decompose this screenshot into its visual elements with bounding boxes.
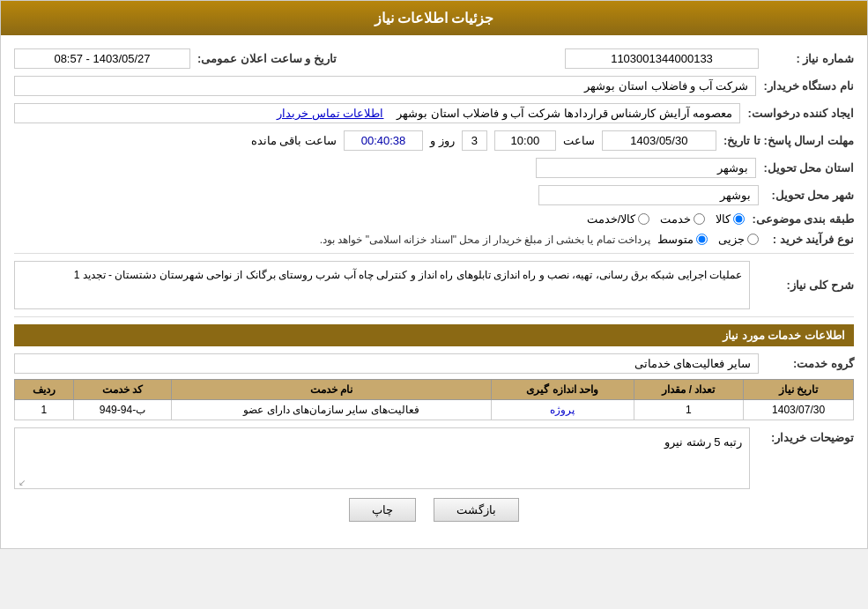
buyer-notes-box: رتبه 5 رشته نیرو ↙: [14, 427, 750, 489]
th-vahed: واحد اندازه گیری: [491, 380, 634, 400]
nooe-radio-jozii-input[interactable]: [747, 234, 759, 245]
td-tarikh: 1403/07/30: [744, 400, 854, 420]
shahr-value: بوشهر: [538, 185, 759, 205]
buttons-row: بازگشت چاپ: [14, 498, 854, 535]
td-kod: ب-94-949: [73, 400, 172, 420]
shahr-row: شهر محل تحویل: بوشهر: [14, 185, 854, 205]
buyer-notes-row: توضیحات خریدار: رتبه 5 رشته نیرو ↙: [14, 427, 854, 489]
mohlat-label: مهلت ارسال پاسخ: تا تاریخ:: [723, 134, 854, 147]
mohlat-row: مهلت ارسال پاسخ: تا تاریخ: 1403/05/30 سا…: [14, 130, 854, 151]
ijad-konande-text: معصومه آرایش کارشناس قراردادها شرکت آب و…: [397, 107, 733, 120]
saat-value: 10:00: [494, 130, 556, 151]
nam-dastgah-label: نام دستگاه خریدار:: [763, 79, 854, 93]
buyer-notes-text: رتبه 5 رشته نیرو: [664, 435, 742, 449]
td-tedad: 1: [634, 400, 744, 420]
roz-value: 3: [462, 130, 487, 151]
back-button[interactable]: بازگشت: [434, 498, 519, 522]
sharh-label: شرح کلی نیاز:: [757, 279, 854, 292]
tabaqe-radio-kala-khadamat[interactable]: کالا/خدمت: [587, 212, 650, 226]
nam-dastgah-value: شرکت آب و فاضلاب استان بوشهر: [14, 76, 756, 96]
th-tarikh: تاریخ نیاز: [744, 380, 854, 400]
td-radif: 1: [15, 400, 74, 420]
ijad-konande-value: معصومه آرایش کارشناس قراردادها شرکت آب و…: [14, 103, 740, 123]
ijad-konande-label: ایجاد کننده درخواست:: [747, 107, 854, 120]
print-button[interactable]: چاپ: [349, 498, 416, 522]
nooe-radio-jozii-label: جزیی: [718, 233, 745, 246]
nooe-radio-motavat-label: متوسط: [657, 233, 694, 246]
sharh-row: شرح کلی نیاز: عملیات اجرایی شبکه برق رسا…: [14, 261, 854, 309]
tabaqe-row: طبقه بندی موضوعی: کالا خدمت کالا/خدمت: [14, 212, 854, 226]
buyer-notes-label: توضیحات خریدار:: [757, 431, 854, 444]
tabaqe-radio-khadamat-label: خدمت: [660, 212, 691, 226]
nooe-radio-jozii[interactable]: جزیی: [718, 233, 759, 246]
tabaqe-label: طبقه بندی موضوعی:: [752, 212, 854, 226]
shmare-niaz-value: 1103001344000133: [565, 48, 759, 69]
roz-label: روز و: [430, 134, 455, 147]
resize-handle: ↙: [17, 478, 26, 486]
th-radif: ردیف: [15, 380, 74, 400]
services-table: تاریخ نیاز تعداد / مقدار واحد اندازه گیر…: [14, 379, 854, 420]
shmare-niaz-label: شماره نیاز :: [766, 52, 854, 65]
saat-label: ساعت: [563, 134, 595, 147]
tabaqe-radio-kala[interactable]: کالا: [716, 212, 745, 226]
tabaqe-radio-kala-label: کالا: [716, 212, 731, 226]
nooe-radio-motavat[interactable]: متوسط: [657, 233, 708, 246]
tabaqe-radio-kala-khadamat-input[interactable]: [638, 213, 649, 225]
ostan-label: استان محل تحویل:: [763, 161, 854, 175]
mande-value: 00:40:38: [344, 130, 423, 151]
shmare-date-row: شماره نیاز : 1103001344000133 تاریخ و سا…: [14, 48, 854, 69]
gorooh-row: گروه خدمت: سایر فعالیت‌های خدماتی: [14, 353, 854, 374]
ostan-value: بوشهر: [536, 158, 756, 178]
page-header: جزئیات اطلاعات نیاز: [1, 1, 867, 35]
ostan-row: استان محل تحویل: بوشهر: [14, 158, 854, 178]
th-tedad: تعداد / مقدار: [634, 380, 744, 400]
divider-1: [14, 253, 854, 254]
content-area: شماره نیاز : 1103001344000133 تاریخ و سا…: [1, 35, 867, 548]
shahr-label: شهر محل تحویل:: [766, 189, 854, 202]
mohlat-date: 1403/05/30: [602, 130, 716, 151]
td-nam: فعالیت‌های سایر سازمان‌های دارای عضو: [172, 400, 492, 420]
khadamat-header: اطلاعات خدمات مورد نیاز: [14, 324, 854, 346]
date-label: تاریخ و ساعت اعلان عمومی:: [197, 52, 337, 65]
ijad-konande-link[interactable]: اطلاعات تماس خریدار: [277, 107, 383, 120]
ijad-konande-row: ایجاد کننده درخواست: معصومه آرایش کارشنا…: [14, 103, 854, 123]
tabaqe-radio-kala-khadamat-label: کالا/خدمت: [587, 212, 636, 226]
tabaqe-radio-khadamat-input[interactable]: [694, 213, 705, 225]
nooe-radio-motavat-input[interactable]: [696, 234, 708, 245]
table-row: 1403/07/30 1 پروژه فعالیت‌های سایر سازما…: [15, 400, 854, 420]
tabaqe-radio-group: کالا خدمت کالا/خدمت: [587, 212, 746, 226]
sharh-text: عملیات اجرایی شبکه برق رسانی، تهیه، نصب …: [14, 261, 750, 309]
page-container: جزئیات اطلاعات نیاز شماره نیاز : 1103001…: [0, 0, 868, 549]
nam-dastgah-row: نام دستگاه خریدار: شرکت آب و فاضلاب استا…: [14, 76, 854, 96]
td-vahed: پروژه: [491, 400, 634, 420]
nooe-label: نوع فرآیند خرید :: [766, 233, 854, 246]
page-title: جزئیات اطلاعات نیاز: [375, 11, 494, 26]
gorooh-label: گروه خدمت:: [766, 357, 854, 370]
divider-2: [14, 316, 854, 317]
tabaqe-radio-khadamat[interactable]: خدمت: [660, 212, 705, 226]
nooe-desc: پرداخت تمام یا بخشی از مبلغ خریدار از مح…: [14, 234, 650, 246]
gorooh-value: سایر فعالیت‌های خدماتی: [14, 353, 759, 374]
nooe-radio-group: جزیی متوسط: [657, 233, 759, 246]
th-kod: کد خدمت: [73, 380, 172, 400]
mande-label: ساعت باقی مانده: [251, 134, 337, 147]
tabaqe-radio-kala-input[interactable]: [733, 213, 745, 225]
nooe-row: نوع فرآیند خرید : جزیی متوسط پرداخت تمام…: [14, 233, 854, 246]
th-nam: نام خدمت: [172, 380, 492, 400]
date-value: 1403/05/27 - 08:57: [14, 48, 190, 69]
